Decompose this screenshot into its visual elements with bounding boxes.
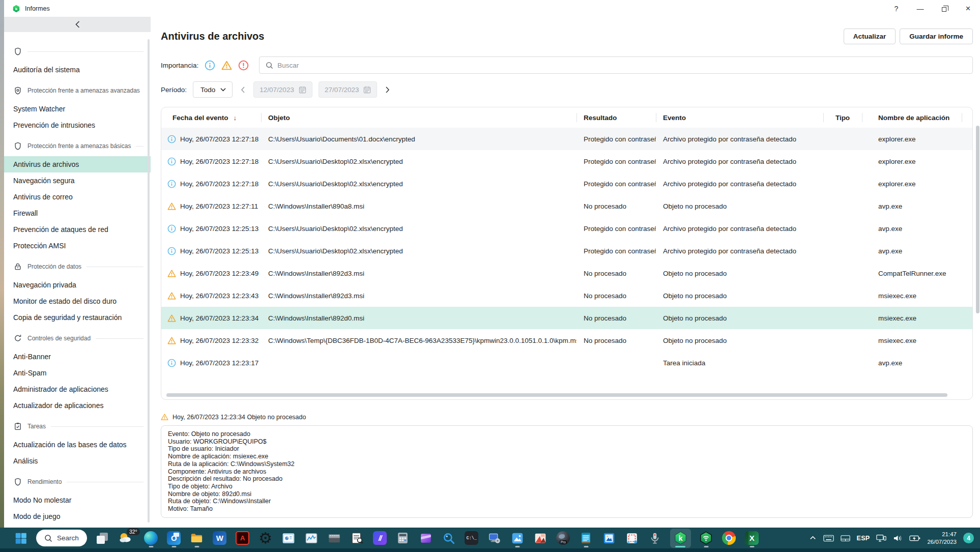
search-app-icon: [442, 532, 455, 545]
table-row[interactable]: Hoy, 26/07/2023 12:23:17Tarea iniciadaav…: [161, 352, 972, 374]
touchpad-icon[interactable]: [841, 535, 850, 542]
minimize-button[interactable]: —: [908, 0, 932, 17]
sidebar-item-firewall[interactable]: Firewall: [4, 205, 151, 221]
event-detail-line: Nombre de objeto: 892d0.msi: [168, 490, 966, 498]
period-prev-icon[interactable]: [239, 86, 247, 93]
taskbar-start-button[interactable]: [13, 529, 28, 548]
column-header-evento[interactable]: Evento: [656, 107, 823, 128]
sidebar-item-monitor-de-estado-del-disco-duro[interactable]: Monitor de estado del disco duro: [4, 293, 151, 309]
taskbar-chrome-button[interactable]: [722, 529, 737, 548]
taskbar-explorer-button[interactable]: [189, 529, 205, 548]
table-row[interactable]: Hoy, 26/07/2023 12:23:43C:\Windows\Insta…: [161, 284, 972, 307]
sidebar-item-an-lisis[interactable]: Análisis: [4, 453, 151, 469]
period-next-icon[interactable]: [383, 86, 392, 93]
sidebar-item-navegaci-n-privada[interactable]: Navegación privada: [4, 277, 151, 293]
refresh-button[interactable]: Actualizar: [844, 28, 896, 44]
taskbar-kaspersky-button[interactable]: k: [670, 529, 691, 548]
sidebar-item-modo-no-molestar[interactable]: Modo No molestar: [4, 492, 151, 508]
restore-button[interactable]: [932, 0, 956, 17]
taskbar-viewer-button[interactable]: [601, 529, 617, 548]
taskbar-task-view-button[interactable]: [95, 529, 110, 548]
taskbar-keyboard-app-button[interactable]: [327, 529, 342, 548]
taskbar-log-viewer-button[interactable]: [350, 529, 365, 548]
taskbar-kaspersky-vpn-button[interactable]: [699, 529, 714, 548]
horizontal-scrollbar[interactable]: [166, 393, 959, 397]
taskbar-acrobat-button[interactable]: A: [235, 529, 250, 548]
sidebar-item-protecci-n-amsi[interactable]: Protección AMSI: [4, 238, 151, 254]
vertical-scrollbar[interactable]: [976, 126, 979, 419]
sidebar-item-navegaci-n-segura[interactable]: Navegación segura: [4, 172, 151, 189]
taskbar-movies-button[interactable]: [418, 529, 434, 548]
importance-warning-icon[interactable]: [221, 60, 232, 71]
close-button[interactable]: ×: [956, 0, 980, 17]
sidebar-item-anti-banner[interactable]: Anti-Banner: [4, 348, 151, 365]
notification-badge[interactable]: 4: [963, 533, 974, 543]
period-dropdown[interactable]: Todo: [193, 81, 233, 98]
table-row[interactable]: Hoy, 26/07/2023 12:25:13C:\Users\Usuario…: [161, 217, 972, 240]
taskbar-notepad-button[interactable]: [579, 529, 594, 548]
table-row[interactable]: Hoy, 26/07/2023 12:23:49C:\Windows\Insta…: [161, 262, 972, 284]
table-row[interactable]: Hoy, 26/07/2023 12:27:18C:\Users\Usuario…: [161, 128, 972, 150]
search-box[interactable]: [259, 56, 973, 74]
column-header-objeto[interactable]: Objeto: [261, 107, 577, 128]
sidebar-item-antivirus-de-archivos[interactable]: Antivirus de archivos: [4, 156, 151, 172]
sidebar-item-system-watcher[interactable]: System Watcher: [4, 101, 151, 117]
taskbar-m-app-button[interactable]: //: [372, 529, 388, 548]
taskbar-photos-button[interactable]: [510, 529, 525, 548]
sidebar-collapse-button[interactable]: [4, 17, 151, 32]
taskbar-task-manager-button[interactable]: [304, 529, 319, 548]
taskbar-word-button[interactable]: W: [212, 529, 227, 548]
tray-chevron-up-icon[interactable]: [809, 534, 817, 542]
horizontal-scrollbar-thumb[interactable]: [166, 393, 947, 397]
taskbar-device-manager-button[interactable]: [487, 529, 502, 548]
taskbar-control-panel-button[interactable]: [281, 529, 296, 548]
help-button[interactable]: ?: [884, 0, 908, 17]
sidebar-item-anti-spam[interactable]: Anti-Spam: [4, 365, 151, 381]
battery-icon[interactable]: [909, 535, 920, 542]
tray-language[interactable]: ESP: [857, 535, 870, 542]
table-row[interactable]: Hoy, 26/07/2023 12:27:18C:\Users\Usuario…: [161, 172, 972, 195]
taskbar-search-button[interactable]: Search: [36, 529, 87, 548]
table-row[interactable]: Hoy, 26/07/2023 12:23:32C:\Windows\Temp\…: [161, 329, 972, 352]
importance-critical-icon[interactable]: [238, 60, 249, 71]
taskbar-weather-button[interactable]: 32°: [118, 529, 136, 548]
taskbar-gear-button[interactable]: ⚙: [258, 529, 273, 548]
column-header-tipo[interactable]: Tipo: [823, 107, 862, 128]
taskbar-calculator-button[interactable]: [395, 529, 411, 548]
save-report-button[interactable]: Guardar informe: [900, 28, 973, 44]
taskbar-excel-button[interactable]: X: [744, 529, 760, 548]
importance-info-icon[interactable]: [205, 60, 215, 71]
taskbar-search-app-button[interactable]: [441, 529, 456, 548]
sidebar-item-administrador-de-aplicaciones[interactable]: Administrador de aplicaciones: [4, 381, 151, 397]
taskbar-recorder-button[interactable]: [647, 529, 662, 548]
taskbar-earth-button[interactable]: Pro: [556, 529, 571, 548]
sidebar-item-prevenci-n-de-intrusiones[interactable]: Prevención de intrusiones: [4, 117, 151, 133]
vertical-scrollbar-thumb[interactable]: [976, 126, 979, 313]
sidebar-item-modo-de-juego[interactable]: Modo de juego: [4, 508, 151, 525]
sidebar-item-auditor-a-del-sistema[interactable]: Auditoría del sistema: [4, 62, 151, 78]
volume-icon[interactable]: [893, 534, 903, 542]
tray-clock[interactable]: 21:47 26/07/2023: [927, 531, 957, 546]
sidebar-item-antivirus-de-correo[interactable]: Antivirus de correo: [4, 189, 151, 205]
table-row[interactable]: Hoy, 26/07/2023 12:25:13C:\Users\Usuario…: [161, 240, 972, 262]
sidebar-item-actualizador-de-aplicaciones[interactable]: Actualizador de aplicaciones: [4, 397, 151, 414]
table-row[interactable]: Hoy, 26/07/2023 12:23:34C:\Windows\Insta…: [161, 307, 972, 329]
taskbar-outlook-button[interactable]: O: [166, 529, 182, 548]
tasks-icon: [13, 422, 22, 431]
sidebar-item-prevenci-n-de-ataques-de-red[interactable]: Prevención de ataques de red: [4, 221, 151, 238]
sidebar-item-actualizaci-n-de-las-bases-de-datos[interactable]: Actualización de las bases de datos: [4, 437, 151, 453]
column-header-resultado[interactable]: Resultado: [577, 107, 656, 128]
taskbar-edge-button[interactable]: [143, 529, 159, 548]
network-icon[interactable]: [876, 534, 886, 542]
column-header-fecha[interactable]: Fecha del evento↓: [161, 107, 261, 128]
touch-keyboard-icon[interactable]: [823, 535, 834, 542]
sidebar-scrollbar[interactable]: [148, 39, 150, 522]
table-row[interactable]: Hoy, 26/07/2023 12:27:18C:\Users\Usuario…: [161, 150, 972, 172]
taskbar-snip-button[interactable]: [624, 529, 640, 548]
taskbar-collage-button[interactable]: [533, 529, 548, 548]
taskbar-terminal-button[interactable]: C:\_: [464, 529, 479, 548]
sidebar-item-copia-de-seguridad-y-restauraci-n[interactable]: Copia de seguridad y restauración: [4, 309, 151, 326]
column-header-app[interactable]: Nombre de aplicación: [862, 107, 972, 128]
table-row[interactable]: Hoy, 26/07/2023 12:27:11C:\Windows\Insta…: [161, 195, 972, 217]
search-input[interactable]: [277, 62, 966, 69]
